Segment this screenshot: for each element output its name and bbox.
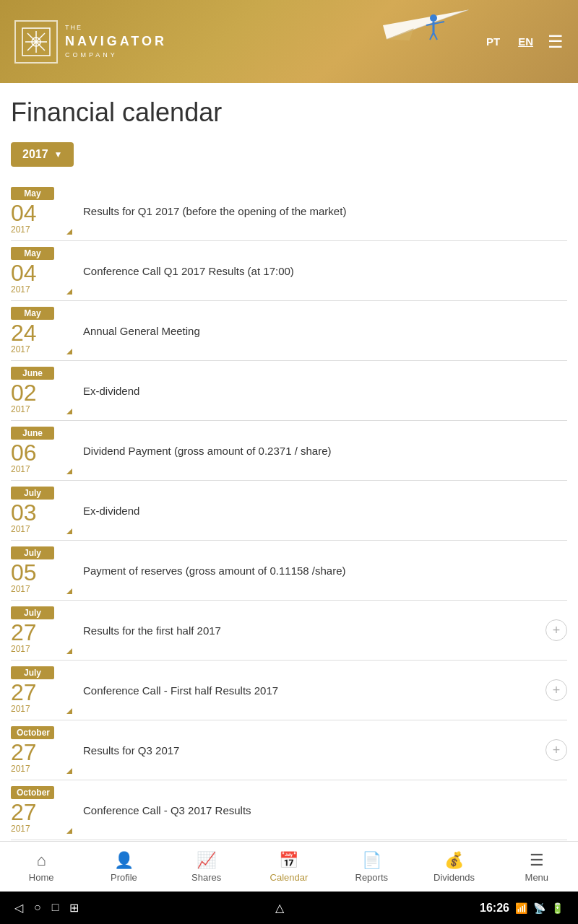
expand-button[interactable]: + (545, 619, 567, 641)
system-time: 16:26 (480, 902, 509, 915)
date-corner-decoration (66, 768, 72, 774)
date-corner-decoration (66, 528, 72, 534)
day-number: 04 (11, 261, 37, 284)
month-label: July (11, 606, 54, 619)
nav-item-menu[interactable]: ☰ Menu (496, 847, 578, 886)
svg-marker-6 (383, 4, 470, 39)
nav-item-profile[interactable]: 👤 Profile (82, 847, 165, 886)
calendar-item[interactable]: October 27 2017 Conference Call - Q3 201… (11, 780, 567, 840)
event-description: Conference Call - Q3 2017 Results (76, 804, 567, 816)
day-number: 27 (11, 681, 37, 704)
lang-en-button[interactable]: EN (514, 32, 537, 51)
main-content: Financial calendar 2017 ▼ May 04 2017 Re… (0, 83, 578, 898)
event-description: Conference Call - First half Results 201… (76, 684, 545, 697)
month-label: May (11, 187, 54, 200)
date-block: October 27 2017 (11, 786, 76, 834)
date-block: July 03 2017 (11, 487, 76, 534)
nav-item-shares[interactable]: 📈 Shares (165, 847, 248, 886)
day-number: 27 (11, 621, 37, 644)
month-label: July (11, 666, 54, 679)
hamburger-menu-button[interactable]: ☰ (548, 32, 564, 52)
date-block: June 02 2017 (11, 367, 76, 414)
logo-text: THE NAVIGATOR COMPANY (65, 23, 167, 59)
mic-button[interactable]: △ (275, 901, 284, 915)
year-number: 2017 (11, 764, 30, 774)
nav-item-home[interactable]: ⌂ Home (0, 847, 82, 886)
recents-button[interactable]: □ (52, 901, 59, 915)
date-corner-decoration (66, 648, 72, 654)
nav-item-reports[interactable]: 📄 Reports (330, 847, 413, 886)
date-corner-decoration (66, 409, 72, 414)
expand-button[interactable]: + (545, 739, 567, 761)
day-number: 02 (11, 381, 37, 404)
year-number: 2017 (11, 404, 30, 414)
nav-item-dividends[interactable]: 💰 Dividends (413, 847, 495, 886)
date-block: May 04 2017 (11, 247, 76, 295)
event-description: Results for Q3 2017 (76, 744, 545, 757)
profile-nav-icon: 👤 (114, 851, 134, 870)
month-label: July (11, 546, 54, 559)
date-corner-decoration (66, 468, 72, 474)
calendar-item[interactable]: October 27 2017 Results for Q3 2017 + (11, 720, 567, 780)
shares-nav-icon: 📈 (197, 851, 216, 870)
reports-nav-label: Reports (355, 872, 389, 883)
system-bar: ◁ ○ □ ⊞ △ 16:26 📶 📡 🔋 (0, 892, 578, 924)
date-corner-decoration (66, 588, 72, 594)
calendar-item[interactable]: May 04 2017 Results for Q1 2017 (before … (11, 181, 567, 241)
calendar-item[interactable]: June 06 2017 Dividend Payment (gross amo… (11, 421, 567, 481)
month-label: October (11, 786, 54, 799)
month-label: October (11, 726, 54, 739)
month-label: May (11, 307, 54, 320)
event-description: Results for the first half 2017 (76, 624, 545, 637)
calendar-item[interactable]: May 04 2017 Conference Call Q1 2017 Resu… (11, 241, 567, 301)
date-block: June 06 2017 (11, 427, 76, 474)
date-block: May 24 2017 (11, 307, 76, 354)
dividends-nav-icon: 💰 (444, 851, 464, 870)
month-label: June (11, 427, 54, 440)
event-description: Conference Call Q1 2017 Results (at 17:0… (76, 265, 567, 277)
day-number: 04 (11, 201, 37, 225)
year-number: 2017 (11, 584, 30, 594)
dividends-nav-label: Dividends (434, 872, 475, 883)
event-description: Dividend Payment (gross amount of 0.2371… (76, 445, 567, 457)
calendar-nav-icon: 📅 (279, 851, 298, 870)
date-corner-decoration (66, 229, 72, 235)
calendar-item[interactable]: July 27 2017 Results for the first half … (11, 601, 567, 661)
calendar-item[interactable]: June 02 2017 Ex-dividend (11, 361, 567, 421)
calendar-item[interactable]: July 05 2017 Payment of reserves (gross … (11, 541, 567, 601)
year-selected-value: 2017 (22, 148, 48, 161)
day-number: 27 (11, 741, 37, 764)
wifi-icon: 📶 (515, 902, 527, 914)
calendar-list: May 04 2017 Results for Q1 2017 (before … (11, 181, 567, 840)
date-block: July 27 2017 (11, 666, 76, 714)
signal-icon: 📡 (533, 902, 545, 914)
year-number: 2017 (11, 824, 30, 834)
event-description: Results for Q1 2017 (before the opening … (76, 205, 567, 217)
menu-nav-label: Menu (525, 872, 549, 883)
app-header: THE NAVIGATOR COMPANY PT (0, 0, 578, 83)
date-corner-decoration (66, 349, 72, 354)
event-description: Ex-dividend (76, 385, 567, 397)
day-number: 05 (11, 561, 37, 584)
year-number: 2017 (11, 344, 30, 354)
system-nav-buttons: ◁ ○ □ ⊞ (14, 901, 79, 915)
svg-line-13 (434, 32, 437, 40)
month-label: July (11, 487, 54, 500)
reports-nav-icon: 📄 (362, 851, 381, 870)
calendar-item[interactable]: May 24 2017 Annual General Meeting (11, 301, 567, 361)
day-number: 27 (11, 801, 37, 824)
expand-button[interactable]: + (545, 679, 567, 701)
year-number: 2017 (11, 524, 30, 534)
nav-item-calendar[interactable]: 📅 Calendar (248, 847, 330, 886)
home-nav-icon: ⌂ (36, 851, 46, 870)
calendar-item[interactable]: July 03 2017 Ex-dividend (11, 481, 567, 541)
back-button[interactable]: ◁ (14, 901, 23, 915)
year-dropdown[interactable]: 2017 ▼ (11, 142, 74, 167)
home-button[interactable]: ○ (34, 901, 41, 915)
calendar-item[interactable]: July 27 2017 Conference Call - First hal… (11, 661, 567, 720)
qr-button[interactable]: ⊞ (69, 901, 79, 915)
date-corner-decoration (66, 828, 72, 834)
year-number: 2017 (11, 284, 30, 295)
month-label: May (11, 247, 54, 260)
calendar-nav-label: Calendar (270, 872, 309, 883)
